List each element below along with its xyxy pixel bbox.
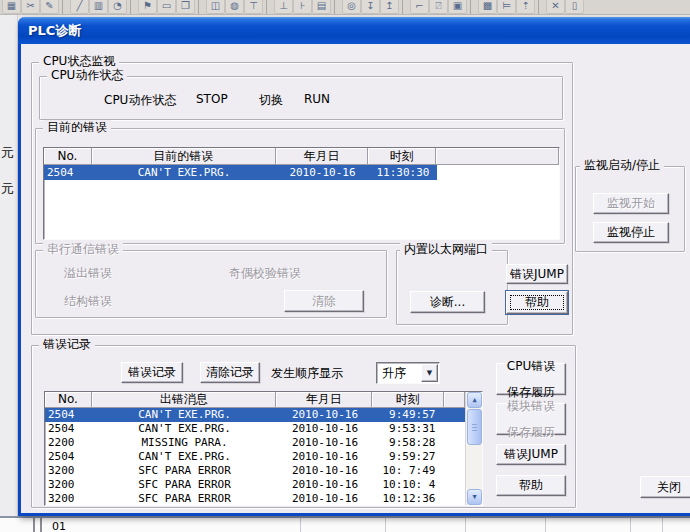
cpu-operation-status-group: CPU动作状态 CPU动作状态 STOP 切换 RUN xyxy=(39,76,563,120)
connect-icon[interactable]: ⌐ xyxy=(410,0,429,14)
group-title: 错误记录 xyxy=(39,337,95,351)
cell-time: 9:53:31 xyxy=(373,422,445,436)
toolbar-separator xyxy=(402,0,408,14)
row-above-icon[interactable]: ⊤ xyxy=(244,0,263,14)
button-label-line: 保存履历 xyxy=(507,385,555,399)
up-icon[interactable]: ⇡ xyxy=(516,0,535,14)
error-log-table: No. 出错消息 年月日 时刻 2504 CAN'T EXE.PRG. 2010… xyxy=(44,391,483,506)
zoom-icon[interactable]: ◔ xyxy=(108,0,127,14)
background-toolbar: ▦✂✎╱▥◔⚑▭❐◫◍⊤⊥⊦▤◎↧↥⌐⍁▣▩⊨⇡✕▯ xyxy=(0,0,690,15)
column-header-time[interactable]: 时刻 xyxy=(368,148,436,165)
write-icon[interactable]: ⍁ xyxy=(429,0,448,14)
help-button[interactable]: 帮助 xyxy=(496,475,566,496)
cell-time: 9:59:27 xyxy=(373,450,445,464)
table-row[interactable]: 2504 CAN'T EXE.PRG. 2010-10-16 9:53:31 xyxy=(45,422,465,436)
column-header-time[interactable]: 时刻 xyxy=(372,392,444,408)
cell-message: SFC PARA ERROR xyxy=(92,464,277,478)
background-table-strip: 01 xyxy=(0,516,690,532)
delete-icon[interactable]: ✕ xyxy=(546,0,565,14)
dialog-titlebar[interactable]: PLC诊断 ✕ xyxy=(18,17,690,44)
cell-date: 2010-10-16 xyxy=(277,464,373,478)
window-icon[interactable]: ❐ xyxy=(176,0,195,14)
table-row[interactable]: 3200 SFC PARA ERROR 2010-10-16 10: 7:49 xyxy=(45,464,465,478)
cpu-stop-value: STOP xyxy=(196,92,228,106)
group-title: 内置以太网端口 xyxy=(400,242,492,256)
cpu-run-value: RUN xyxy=(304,92,330,106)
monitor-stop-button[interactable]: 监视停止 xyxy=(593,222,669,243)
grid-icon[interactable]: ▦ xyxy=(2,0,21,14)
toolbar-separator xyxy=(470,0,476,14)
group-title: CPU动作状态 xyxy=(47,68,127,82)
sort-order-select[interactable]: 升序 ▼ xyxy=(376,362,440,384)
table-row[interactable]: 3200 SFC PARA ERROR 2010-10-16 10:12:36 xyxy=(45,492,465,505)
error-jump-button[interactable]: 错误JUMP xyxy=(496,444,566,465)
scroll-down-icon[interactable]: ▼ xyxy=(467,489,482,505)
column-header-message[interactable]: 出错消息 xyxy=(92,392,277,408)
cell-date: 2010-10-16 xyxy=(277,492,373,505)
cell-time: 9:58:28 xyxy=(373,436,445,450)
cell-no: 2504 xyxy=(45,450,92,464)
scrollbar-thumb[interactable] xyxy=(467,409,482,445)
search-icon[interactable]: ◎ xyxy=(342,0,361,14)
flag-icon[interactable]: ⚑ xyxy=(138,0,157,14)
draw-icon[interactable]: ╱ xyxy=(70,0,89,14)
table-row[interactable]: 2504 CAN'T EXE.PRG. 2010-10-16 11:30:30 xyxy=(44,165,437,180)
cell-no: 2504 xyxy=(44,165,92,180)
button-label-line: CPU错误 xyxy=(507,359,555,373)
step-icon[interactable]: ↧ xyxy=(361,0,380,14)
error-jump-button[interactable]: 错误JUMP xyxy=(506,264,568,284)
jump-icon[interactable]: ↥ xyxy=(380,0,399,14)
toolbar-separator xyxy=(130,0,136,14)
dialog-title: PLC诊断 xyxy=(28,23,81,38)
column-header-message[interactable]: 目前的错误 xyxy=(92,148,276,165)
cut-icon[interactable]: ✂ xyxy=(21,0,40,14)
insert-col-icon[interactable]: ⊦ xyxy=(293,0,312,14)
toolbar-separator xyxy=(266,0,272,14)
table-row[interactable]: 3200 SFC PARA ERROR 2010-10-16 10:10: 4 xyxy=(45,478,465,492)
ladder-icon[interactable]: ⊨ xyxy=(497,0,516,14)
cell-no: 3200 xyxy=(45,478,92,492)
screen-icon[interactable]: ▣ xyxy=(448,0,467,14)
group-title: 监视启动/停止 xyxy=(580,158,664,172)
cpu-error-save-history-button[interactable]: CPU错误 保存履历 xyxy=(496,363,566,395)
table-row[interactable]: 2200 MISSING PARA. 2010-10-16 9:58:28 xyxy=(45,436,465,450)
vertical-scrollbar[interactable]: ▲ ▼ xyxy=(465,392,482,505)
column-header-no[interactable]: No. xyxy=(45,392,92,408)
cell-date: 2010-10-16 xyxy=(277,422,373,436)
current-error-table: No. 目前的错误 年月日 时刻 2504 CAN'T EXE.PRG. 201… xyxy=(43,147,560,240)
cell-time: 10:12:36 xyxy=(373,492,445,505)
chevron-down-icon[interactable]: ▼ xyxy=(421,364,438,382)
chart-icon[interactable]: ▩ xyxy=(478,0,497,14)
cell-message: CAN'T EXE.PRG. xyxy=(92,450,277,464)
edit-icon[interactable]: ✎ xyxy=(40,0,59,14)
column-header-date[interactable]: 年月日 xyxy=(276,392,372,408)
table-row[interactable]: 2504 CAN'T EXE.PRG. 2010-10-16 9:49:57 xyxy=(45,408,465,422)
scroll-up-icon[interactable]: ▲ xyxy=(467,392,482,408)
overflow-error-label: 溢出错误 xyxy=(64,265,112,282)
clear-log-button[interactable]: 清除记录 xyxy=(200,362,260,383)
ethernet-port-group: 内置以太网端口 诊断... xyxy=(396,250,508,325)
tile-window-icon[interactable]: ◫ xyxy=(206,0,225,14)
row-below-icon[interactable]: ⊥ xyxy=(274,0,293,14)
table-icon[interactable]: ▥ xyxy=(89,0,108,14)
error-log-button[interactable]: 错误记录 xyxy=(121,362,183,383)
doc-icon[interactable]: ▯ xyxy=(565,0,584,14)
ethernet-diagnose-button[interactable]: 诊断... xyxy=(410,291,485,313)
help-button[interactable]: 帮助 xyxy=(506,291,568,314)
display-icon[interactable]: ▤ xyxy=(312,0,331,14)
toolbar-separator xyxy=(62,0,68,14)
cell-no: 3200 xyxy=(45,492,92,505)
framing-error-label: 结构错误 xyxy=(64,293,112,310)
serial-comm-error-group: 串行通信错误 溢出错误 奇偶校验错误 结构错误 清除 xyxy=(35,250,387,318)
background-window-left: 元 元 xyxy=(0,15,18,516)
table-row[interactable]: 2504 CAN'T EXE.PRG. 2010-10-16 9:59:27 xyxy=(45,450,465,464)
column-header-no[interactable]: No. xyxy=(44,148,92,165)
cell-time: 11:30:30 xyxy=(369,165,437,180)
cpu-operation-status-label: CPU动作状态 xyxy=(104,92,176,109)
globe-icon[interactable]: ◍ xyxy=(225,0,244,14)
order-display-label: 发生顺序显示 xyxy=(271,365,343,382)
serial-clear-button: 清除 xyxy=(284,290,364,312)
column-header-date[interactable]: 年月日 xyxy=(276,148,369,165)
close-button[interactable]: 关闭 xyxy=(640,476,690,498)
monitor-icon[interactable]: ▭ xyxy=(157,0,176,14)
